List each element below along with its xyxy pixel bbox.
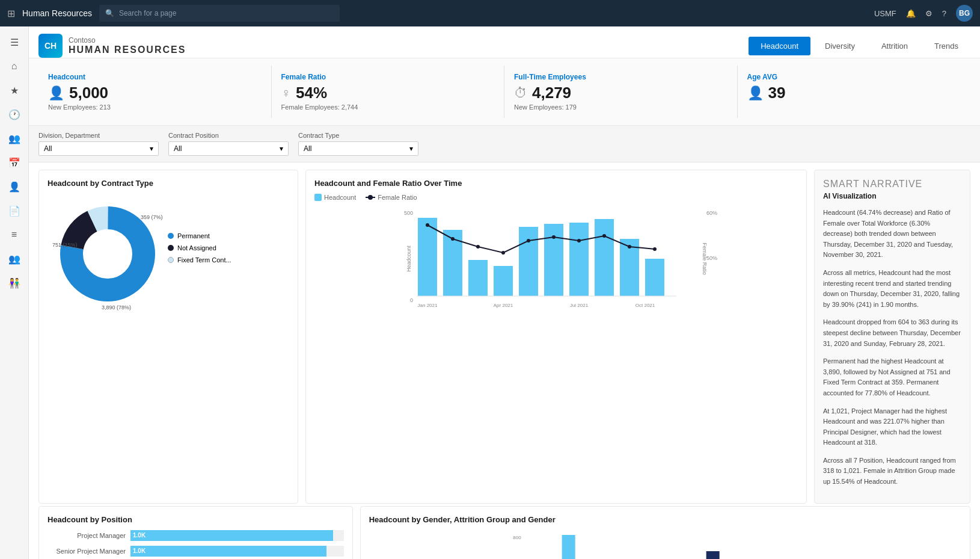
position-bars: Project Manager 1.0K Senior Project Mana… (47, 530, 344, 559)
donut-label-notassigned: 751 (15%) (52, 242, 78, 248)
sidebar-workspaces-icon[interactable]: 👥 (4, 128, 25, 149)
sidebar-doc-icon[interactable]: 📄 (4, 200, 25, 221)
filter-contract-pos-label: Contract Position (168, 132, 289, 139)
smart-narrative-card: SMART NARRATIVE AI Visualization Headcou… (814, 170, 970, 504)
search-placeholder: Search for a page (119, 9, 176, 17)
bar-jan1 (418, 218, 437, 296)
dot1 (426, 223, 429, 227)
dot5 (527, 239, 530, 242)
kpi-female-label: Female Ratio (281, 73, 495, 81)
gender-chart-title: Headcount by Gender, Attrition Group and… (369, 515, 961, 524)
legend-female-label: Female Ratio (378, 194, 417, 201)
tab-trends[interactable]: Trends (922, 37, 970, 55)
legend-headcount-bar: Headcount (314, 194, 356, 201)
dot8 (602, 234, 606, 238)
svg-text:Jul 2021: Jul 2021 (570, 303, 589, 308)
donut-chart-card: Headcount by Contract Type 359 (7%) (38, 170, 298, 504)
bar-jul (595, 219, 614, 296)
notifications-icon[interactable]: 🔔 (906, 9, 916, 18)
sidebar-people-icon[interactable]: 👥 (4, 248, 25, 270)
svg-text:Oct 2021: Oct 2021 (635, 303, 655, 308)
kpi-fulltime-label: Full-Time Employees (514, 73, 727, 81)
kpi-headcount-value: 5,000 (69, 84, 108, 102)
kpi-age-value-row: 👤 39 (747, 84, 961, 102)
charts-lower-row: Headcount by Position Project Manager 1.… (29, 506, 980, 559)
sn-subtitle: AI Visualization (823, 192, 961, 200)
sidebar-favorites-icon[interactable]: ★ (4, 79, 25, 101)
sidebar-calendar-icon[interactable]: 📅 (4, 152, 25, 173)
filter-contract-type-label: Contract Type (298, 132, 418, 139)
legend-label-fixed-term: Fixed Term Cont... (177, 256, 231, 264)
kpi-headcount-label: Headcount (48, 73, 262, 81)
sidebar-person-icon[interactable]: 👤 (4, 176, 25, 197)
brand-title: HUMAN RESOURCES (69, 45, 186, 55)
filters-row: Division, Department All ▾ Contract Posi… (29, 126, 980, 162)
filter-contract-pos-select[interactable]: All ▾ (168, 141, 289, 156)
legend-dot-permanent (168, 233, 174, 239)
sidebar-list-icon[interactable]: ≡ (4, 224, 25, 246)
brand-name: Contoso (69, 36, 186, 45)
donut-center (84, 230, 132, 278)
legend-permanent: Permanent (168, 232, 231, 239)
brand-logo: CH (38, 34, 63, 58)
sidebar-group-icon[interactable]: 👫 (4, 272, 25, 294)
linebar-chart-card: Headcount and Female Ratio Over Time Hea… (305, 170, 807, 504)
kpi-fulltime-value: 4,279 (532, 84, 571, 102)
donut-area: 359 (7%) 751 (15%) 3,890 (78%) Permanent (47, 194, 289, 302)
help-icon[interactable]: ? (942, 9, 946, 18)
kpi-headcount: Headcount 👤 5,000 New Employees: 213 (38, 66, 272, 118)
sidebar-home-icon[interactable]: ⌂ (4, 55, 25, 77)
top-nav-right: USMF 🔔 ⚙ ? BG (874, 5, 973, 22)
sn-para-3: Permanent had the highest Headcount at 3… (823, 356, 961, 398)
donut-svg: 359 (7%) 751 (15%) 3,890 (78%) (47, 194, 168, 314)
user-avatar[interactable]: BG (956, 5, 973, 22)
tab-attrition[interactable]: Attrition (869, 37, 920, 55)
dot10 (653, 247, 657, 251)
sn-para-0: Headcount (64.74% decrease) and Ratio of… (823, 208, 961, 261)
kpi-fulltime-sub: New Employees: 179 (514, 103, 727, 111)
tab-diversity[interactable]: Diversity (813, 37, 867, 55)
app-title: Human Resources (22, 8, 92, 18)
content-area: CH Contoso HUMAN RESOURCES Headcount Div… (29, 26, 980, 559)
donut-chart-title: Headcount by Contract Type (47, 179, 289, 188)
filter-contract-type-select[interactable]: All ▾ (298, 141, 418, 156)
kpi-female-icon: ♀ (281, 85, 292, 101)
user-code: USMF (874, 9, 896, 18)
legend-label-permanent: Permanent (177, 232, 210, 239)
settings-icon[interactable]: ⚙ (925, 9, 933, 18)
donut-label-fixed: 359 (7%) (141, 214, 163, 220)
top-navigation: ⊞ Human Resources 🔍 Search for a page US… (0, 0, 980, 26)
brand-info: Contoso HUMAN RESOURCES (69, 36, 186, 55)
legend-dot-not-assigned (168, 245, 174, 251)
kpi-female-value-row: ♀ 54% (281, 84, 495, 102)
kpi-row: Headcount 👤 5,000 New Employees: 213 Fem… (29, 58, 980, 126)
filter-division-select[interactable]: All ▾ (38, 141, 159, 156)
filter-contract-pos: Contract Position All ▾ (168, 132, 289, 156)
kpi-age-value: 39 (768, 84, 786, 102)
legend-label-not-assigned: Not Assigned (177, 244, 216, 252)
svg-text:60%: 60% (706, 210, 717, 216)
donut-container: 359 (7%) 751 (15%) 3,890 (78%) (47, 194, 156, 302)
sidebar-menu-icon[interactable]: ☰ (4, 31, 25, 53)
sn-para-4: At 1,021, Project Manager had the highes… (823, 406, 961, 448)
filter-contract-type: Contract Type All ▾ (298, 132, 418, 156)
bar-feb (468, 260, 488, 296)
donut-label-permanent: 3,890 (78%) (102, 304, 131, 310)
kpi-headcount-value-row: 👤 5,000 (48, 84, 262, 102)
svg-text:Female Ratio: Female Ratio (702, 242, 708, 275)
kpi-headcount-icon: 👤 (48, 85, 64, 101)
filter-contract-type-value: All (304, 144, 311, 153)
kpi-age-label: Age AVG (747, 73, 961, 81)
search-bar[interactable]: 🔍 Search for a page (99, 5, 340, 22)
filter-contract-pos-chevron: ▾ (280, 144, 283, 153)
kpi-female-value: 54% (296, 84, 327, 102)
sidebar-recent-icon[interactable]: 🕐 (4, 103, 25, 125)
tab-headcount[interactable]: Headcount (749, 37, 810, 55)
grid-menu-icon[interactable]: ⊞ (7, 8, 15, 19)
gender-chart-card: Headcount by Gender, Attrition Group and… (360, 506, 970, 559)
bar-may (544, 224, 563, 296)
dot9 (628, 245, 631, 249)
filter-division: Division, Department All ▾ (38, 132, 159, 156)
kpi-headcount-sub: New Employees: 213 (48, 103, 262, 111)
kpi-fulltime-value-row: ⏱ 4,279 (514, 84, 727, 102)
